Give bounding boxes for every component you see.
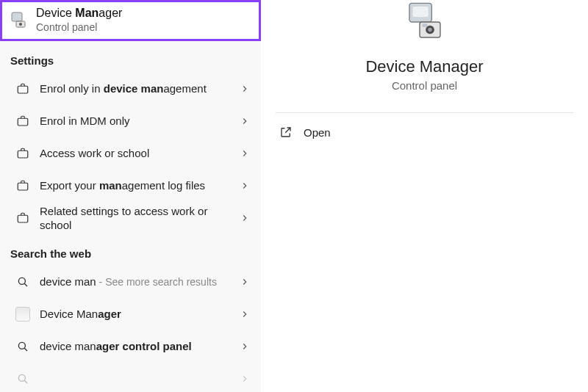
svg-rect-3 [18,86,28,93]
settings-item[interactable]: Access work or school [0,137,261,170]
web-result-item[interactable] [0,363,261,392]
web-result-item[interactable]: device manager control panel [0,330,261,363]
search-results-pane: Device Manager Control panel Settings En… [0,0,261,392]
list-item-label: Enrol in MDM only [40,114,239,128]
svg-rect-5 [18,150,28,158]
list-item-label: device manager control panel [40,339,239,354]
section-settings-header: Settings [0,41,261,73]
briefcase-icon [15,178,31,194]
open-action-label: Open [304,126,331,139]
chevron-right-icon [239,374,251,384]
list-item-label: Access work or school [40,146,239,161]
svg-rect-12 [412,7,428,17]
briefcase-icon [15,210,31,226]
top-result-subtitle: Control panel [36,21,122,33]
search-icon [15,371,31,387]
list-item-label: Related settings to access work or schoo… [40,204,239,233]
svg-point-9 [18,342,25,349]
web-result-item[interactable]: device man - See more search results [0,266,261,298]
search-icon [15,338,31,355]
details-subtitle: Control panel [392,79,457,92]
open-action[interactable]: Open [276,113,573,151]
search-icon [15,274,31,290]
svg-point-8 [18,277,25,284]
settings-item[interactable]: Related settings to access work or schoo… [0,202,261,234]
web-result-item[interactable]: Device Manager [0,298,261,330]
chevron-right-icon [239,213,251,223]
svg-rect-0 [12,12,22,21]
top-result-device-manager[interactable]: Device Manager Control panel [0,0,261,41]
device-manager-icon [15,306,31,322]
chevron-right-icon [239,84,251,94]
svg-rect-4 [18,118,28,126]
chevron-right-icon [239,116,251,126]
settings-item[interactable]: Export your management log files [0,170,261,202]
chevron-right-icon [239,277,251,287]
svg-point-10 [18,374,25,381]
chevron-right-icon [239,309,251,319]
section-web-header: Search the web [0,234,261,266]
list-item-label: device man - See more search results [40,275,239,289]
device-manager-icon [10,11,27,29]
device-manager-large-icon [403,0,447,44]
svg-rect-16 [422,23,427,27]
chevron-right-icon [239,181,251,191]
details-pane: Device Manager Control panel Open [261,0,588,392]
svg-rect-6 [18,183,28,190]
list-item-label: Enrol only in device management [40,81,239,96]
top-result-texts: Device Manager Control panel [36,7,122,33]
list-item-label: Export your management log files [40,178,239,193]
svg-point-15 [428,28,431,32]
settings-item[interactable]: Enrol only in device management [0,73,261,105]
chevron-right-icon [239,148,251,159]
list-item-label: Device Manager [40,307,239,322]
briefcase-icon [15,113,31,129]
svg-point-2 [19,23,22,26]
details-title: Device Manager [365,57,483,76]
settings-item[interactable]: Enrol in MDM only [0,105,261,137]
briefcase-icon [15,145,31,161]
briefcase-icon [15,81,31,97]
top-result-title: Device Manager [36,7,122,20]
open-external-icon [279,125,293,139]
chevron-right-icon [239,341,251,352]
svg-rect-7 [18,215,28,222]
